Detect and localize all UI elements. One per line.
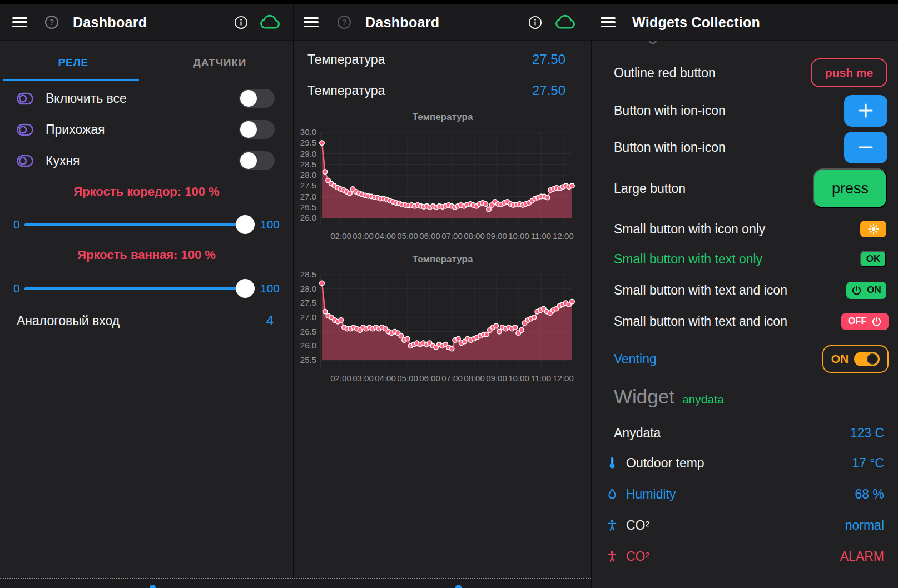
svg-text:07:00: 07:00 — [441, 373, 463, 383]
svg-text:26.0: 26.0 — [300, 341, 316, 350]
status-bar — [0, 0, 898, 4]
mid-appbar: ? Dashboard — [294, 4, 592, 40]
sun-icon — [867, 223, 880, 235]
data-row: CO² normal — [592, 512, 898, 538]
svg-text:02:00: 02:00 — [330, 373, 351, 383]
page-title: Widgets Collection — [632, 14, 760, 31]
svg-text:11:00: 11:00 — [531, 373, 551, 383]
temperature-chart-1: Температура 30.029.529.028.528.027.527.0… — [294, 109, 592, 246]
svg-text:29.0: 29.0 — [300, 149, 316, 158]
ok-button[interactable]: OK — [860, 251, 886, 267]
tab-relays[interactable]: РЕЛЕ — [0, 44, 147, 81]
info-icon[interactable] — [528, 15, 543, 30]
plus-button[interactable] — [844, 95, 887, 127]
data-row: Outdoor temp 17 °C — [592, 450, 898, 476]
widget-label: Large button — [614, 181, 686, 196]
svg-text:26.0: 26.0 — [300, 213, 316, 222]
bottom-nav-dot — [150, 585, 156, 588]
svg-text:05:00: 05:00 — [397, 231, 418, 241]
widget-row: Small button with text only OK — [592, 245, 898, 273]
svg-text:09:00: 09:00 — [486, 231, 507, 241]
data-row: Anydata 123 C — [592, 420, 898, 446]
svg-text:12:00: 12:00 — [553, 373, 574, 383]
switch-label: Прихожая — [46, 122, 105, 137]
anydata-label: Anydata — [614, 426, 661, 441]
widget-label: Button with ion-icon — [614, 140, 726, 155]
toggle-switch-kitchen[interactable] — [239, 151, 275, 170]
svg-text:25.5: 25.5 — [300, 355, 316, 365]
slider-track[interactable] — [22, 211, 258, 238]
toggle-switch-all[interactable] — [239, 89, 275, 108]
droplet-icon — [605, 487, 619, 501]
widget-row: Small button with text and icon OFF — [592, 306, 898, 337]
left-appbar: ? Dashboard — [0, 4, 293, 40]
data-row: CO² ALARM — [592, 544, 898, 569]
widget-row: Button with ion-icon — [592, 92, 898, 129]
svg-text:08:00: 08:00 — [464, 231, 485, 241]
switch-row: Кухня — [0, 147, 293, 175]
menu-icon[interactable] — [601, 17, 616, 28]
info-icon[interactable] — [234, 15, 249, 30]
svg-text:?: ? — [49, 18, 54, 27]
off-button-label: OFF — [848, 316, 867, 327]
thermometer-icon — [605, 456, 619, 470]
tab-sensors[interactable]: ДАТЧИКИ — [147, 44, 294, 81]
push-me-button[interactable]: push me — [811, 58, 887, 87]
help-icon[interactable]: ? — [336, 14, 352, 30]
svg-text:11:00: 11:00 — [531, 231, 551, 241]
right-appbar: Widgets Collection — [592, 4, 898, 40]
menu-icon[interactable] — [12, 17, 27, 28]
co2-alarm-value: ALARM — [840, 549, 884, 564]
venting-button[interactable]: ON — [822, 345, 889, 373]
svg-text:04:00: 04:00 — [375, 231, 396, 241]
toggle-switch-hallway[interactable] — [239, 120, 275, 139]
minus-button[interactable] — [844, 132, 887, 163]
widget-row: Large button press — [592, 166, 898, 211]
power-icon — [851, 285, 862, 296]
svg-text:07:00: 07:00 — [441, 231, 463, 241]
venting-toggle[interactable] — [854, 352, 880, 366]
widget-row: Small button with text and icon ON — [592, 275, 898, 306]
dotted-divider — [0, 578, 591, 579]
widget-row: Button with ion-icon — [592, 129, 898, 166]
widget-row: Outline red button push me — [592, 53, 898, 92]
venting-label: Venting — [614, 352, 657, 367]
svg-text:10:00: 10:00 — [508, 373, 529, 383]
svg-text:10:00: 10:00 — [508, 231, 529, 241]
sun-button[interactable] — [860, 221, 886, 237]
relay-icon — [17, 92, 33, 105]
off-button[interactable]: OFF — [841, 313, 889, 330]
help-icon[interactable]: ? — [44, 14, 59, 30]
minus-icon — [856, 138, 875, 157]
svg-text:06:00: 06:00 — [419, 231, 440, 241]
temperature-chart-plot: 28.528.027.527.026.526.025.502:0003:0004… — [294, 271, 592, 386]
widget-row: Venting ON — [592, 338, 898, 380]
cloud-status-icon — [260, 14, 281, 30]
switch-row: Прихожая — [0, 116, 293, 143]
temperature-row: Температура 27.50 — [294, 78, 592, 103]
on-button[interactable]: ON — [846, 282, 886, 299]
switch-label: Кухня — [46, 153, 80, 168]
co2-alarm-label: CO² — [626, 549, 649, 564]
widget-label: Small button with text and icon — [614, 314, 787, 329]
press-button[interactable]: press — [813, 168, 887, 208]
slider-knob[interactable] — [236, 215, 255, 234]
widget-label: Small button with text only — [614, 252, 762, 267]
widget-label: Small button with icon only — [614, 222, 765, 237]
slider-knob[interactable] — [236, 279, 255, 298]
on-button-label: ON — [867, 285, 881, 296]
menu-icon[interactable] — [304, 17, 319, 28]
page-title: Dashboard — [365, 14, 439, 31]
svg-text:27.0: 27.0 — [300, 312, 316, 322]
co2-label: CO² — [626, 518, 649, 533]
anydata-value: 123 C — [850, 426, 884, 441]
chart-title: Температура — [294, 251, 592, 271]
widget-row: Small button with icon only — [592, 215, 898, 243]
svg-text:?: ? — [342, 18, 346, 27]
switch-row: Включить все — [0, 84, 293, 112]
slider-track[interactable] — [22, 275, 258, 302]
svg-text:26.5: 26.5 — [300, 327, 316, 336]
svg-text:09:00: 09:00 — [486, 373, 507, 383]
slider-label-corridor: Яркость коредор: 100 % — [0, 185, 293, 199]
svg-text:03:00: 03:00 — [353, 231, 374, 241]
